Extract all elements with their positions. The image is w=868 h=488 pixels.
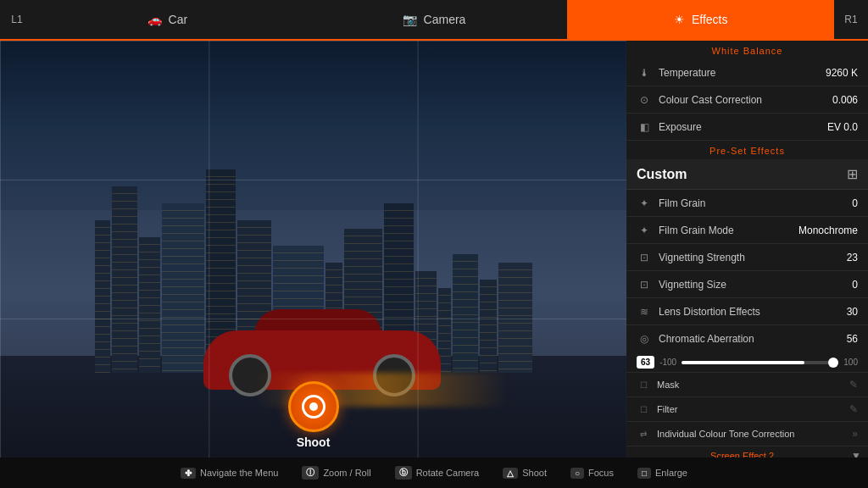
navigate-control: ✤ Navigate the Menu (181, 468, 278, 479)
colour-cast-label: Colour Cast Correction (659, 94, 832, 106)
slider-max-label: 100 (843, 358, 858, 367)
zoom-label: Zoom / Roll (323, 468, 370, 478)
mask-label: Mask (657, 380, 849, 390)
shoot-label: Shoot (297, 435, 331, 449)
screen-effect-label: Screen Effect 2 (633, 451, 851, 458)
chromatic-aberration-icon: ◎ (637, 331, 652, 347)
colour-tone-label: Individual Colour Tone Correction (657, 429, 852, 439)
screen-effect-header[interactable]: Screen Effect 2 ▼ (626, 446, 868, 458)
tab-car[interactable]: 🚗 Car (34, 0, 301, 39)
shoot-button[interactable] (288, 381, 339, 432)
focus-label: Focus (588, 468, 614, 478)
colour-cast-row[interactable]: ⊙ Colour Cast Correction 0.006 (626, 86, 868, 114)
tab-effects[interactable]: ☀ Effects (567, 0, 834, 39)
film-grain-icon: ✦ (637, 196, 652, 211)
vignetting-strength-row[interactable]: ⊡ Vignetting Strength 23 (626, 244, 868, 271)
vignetting-size-value: 0 (852, 279, 858, 291)
rotate-badge: ⓑ (395, 466, 412, 480)
mask-edit-icon[interactable]: ✎ (849, 379, 858, 391)
lens-distortion-label: Lens Distortion Effects (659, 306, 847, 318)
navigate-label: Navigate the Menu (200, 468, 278, 478)
vignetting-strength-value: 23 (847, 252, 858, 263)
car-icon: 🚗 (147, 13, 162, 26)
navigate-badge: ✤ (181, 468, 196, 479)
slider-thumb[interactable] (828, 358, 838, 368)
rotate-label: Rotate Camera (416, 468, 480, 478)
effects-icon: ☀ (674, 13, 685, 26)
shoot-control: △ Shoot (503, 468, 547, 479)
exposure-icon: ◧ (637, 119, 652, 135)
r1-button[interactable]: R1 (834, 14, 868, 25)
film-grain-label: Film Grain (659, 197, 852, 209)
chromatic-aberration-row[interactable]: ◎ Chromatic Aberration 56 (626, 325, 868, 352)
vignetting-size-icon: ⊡ (637, 277, 652, 292)
temperature-row[interactable]: 🌡 Temperature 9260 K (626, 59, 868, 86)
vignetting-size-label: Vignetting Size (659, 279, 852, 291)
slider-fill (682, 361, 804, 364)
chromatic-aberration-value: 56 (847, 333, 858, 345)
slider-min-label: -100 (659, 358, 676, 367)
vignetting-strength-icon: ⊡ (637, 250, 652, 265)
colour-cast-icon: ⊙ (637, 92, 652, 108)
focus-control: ○ Focus (570, 468, 614, 479)
preset-name: Custom (637, 167, 847, 182)
temperature-icon: 🌡 (637, 65, 652, 80)
enlarge-label: Enlarge (655, 468, 687, 478)
enlarge-badge: □ (637, 468, 651, 479)
right-panel: White Balance 🌡 Temperature 9260 K ⊙ Col… (626, 41, 868, 458)
zoom-badge: ⓛ (302, 466, 319, 480)
exposure-row[interactable]: ◧ Exposure EV 0.0 (626, 114, 868, 141)
colour-tone-row[interactable]: ⇄ Individual Colour Tone Correction » (626, 422, 868, 446)
bottom-controls-bar: ✤ Navigate the Menu ⓛ Zoom / Roll ⓑ Rota… (0, 458, 868, 488)
filter-label: Filter (657, 404, 849, 414)
film-grain-mode-value: Monochrome (798, 225, 858, 236)
exposure-label: Exposure (659, 121, 827, 133)
top-navigation: L1 🚗 Car 📷 Camera ☀ Effects R1 (0, 0, 868, 41)
chromatic-aberration-slider-row: 63 -100 100 (626, 352, 868, 372)
exposure-value: EV 0.0 (827, 121, 858, 133)
colour-tone-icon: ⇄ (637, 427, 650, 441)
temperature-value: 9260 K (826, 67, 858, 79)
zoom-control: ⓛ Zoom / Roll (302, 466, 370, 480)
camera-shutter-icon (302, 395, 326, 419)
chromatic-aberration-container: ◎ Chromatic Aberration 56 63 -100 100 (626, 325, 868, 373)
colour-cast-value: 0.006 (832, 94, 858, 106)
film-grain-mode-row[interactable]: ✦ Film Grain Mode Monochrome (626, 217, 868, 244)
lens-distortion-icon: ≋ (637, 304, 652, 319)
temperature-label: Temperature (659, 67, 826, 79)
shoot-badge: △ (503, 468, 518, 479)
preset-row[interactable]: Custom ⊞ (626, 159, 868, 190)
mask-icon: ☐ (637, 378, 650, 391)
vignetting-size-row[interactable]: ⊡ Vignetting Size 0 (626, 271, 868, 298)
screen-effect-collapse-icon[interactable]: ▼ (851, 450, 861, 458)
lens-distortion-value: 30 (847, 306, 858, 318)
shoot-ctrl-label: Shoot (522, 468, 547, 478)
focus-badge: ○ (570, 468, 584, 479)
filter-row[interactable]: ☐ Filter ✎ (626, 397, 868, 422)
chromatic-aberration-label: Chromatic Aberration (659, 333, 847, 345)
film-grain-value: 0 (852, 197, 858, 209)
filter-edit-icon[interactable]: ✎ (849, 403, 858, 415)
mask-row[interactable]: ☐ Mask ✎ (626, 373, 868, 397)
slider-tooltip: 63 (637, 356, 654, 369)
grid-icon[interactable]: ⊞ (847, 166, 858, 182)
tab-camera[interactable]: 📷 Camera (301, 0, 568, 39)
colour-tone-expand-icon[interactable]: » (852, 428, 858, 440)
l1-button[interactable]: L1 (0, 14, 34, 25)
lens-distortion-row[interactable]: ≋ Lens Distortion Effects 30 (626, 298, 868, 325)
main-area: Shoot White Balance 🌡 Temperature 9260 K… (0, 41, 868, 458)
viewport: Shoot (0, 41, 626, 458)
white-balance-header: White Balance (626, 41, 868, 59)
rotate-control: ⓑ Rotate Camera (395, 466, 480, 480)
preset-effects-header: Pre-Set Effects (626, 141, 868, 159)
vignetting-strength-label: Vignetting Strength (659, 252, 847, 263)
film-grain-mode-label: Film Grain Mode (659, 225, 798, 236)
enlarge-control: □ Enlarge (637, 468, 687, 479)
camera-icon: 📷 (403, 13, 417, 26)
slider-track[interactable] (682, 361, 838, 364)
film-grain-mode-icon: ✦ (637, 223, 652, 238)
shoot-button-container: Shoot (288, 381, 339, 449)
filter-icon: ☐ (637, 402, 650, 416)
film-grain-row[interactable]: ✦ Film Grain 0 (626, 190, 868, 217)
